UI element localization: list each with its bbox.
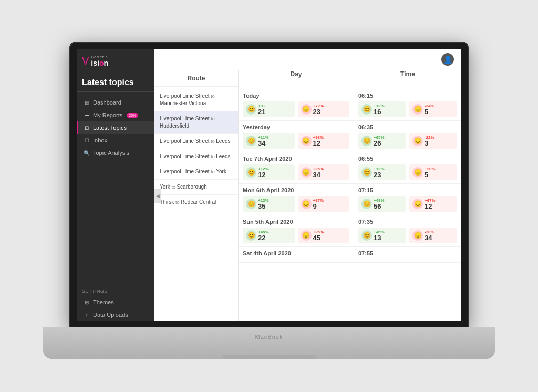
sentiment-info: +67% 9 — [313, 198, 324, 210]
laptop-base — [43, 327, 495, 359]
sad-face-icon: 😞 — [301, 104, 312, 115]
themes-icon: ⊞ — [84, 300, 90, 305]
sidebar: V GoMedia ision Latest topics ⊞ Dashboar… — [77, 49, 154, 321]
route-to: Redcar Central — [181, 199, 216, 205]
negative-sentiment[interactable]: 😞 +20% 5 — [409, 164, 457, 180]
negative-sentiment[interactable]: 😞 +72% 23 — [298, 101, 350, 117]
sad-face-icon: 😞 — [301, 167, 312, 178]
negative-count: 5 — [425, 171, 436, 178]
route-item[interactable]: Liverpool Lime Street to Huddersfield — [154, 111, 238, 134]
negative-sentiment[interactable]: 😞 +98% 12 — [298, 133, 350, 149]
positive-sentiment[interactable]: 😊 +45% 13 — [358, 228, 406, 243]
day-label: Sun 5th April 2020 — [243, 219, 349, 225]
sidebar-item-data-uploads[interactable]: ↑ Data Uploads — [77, 308, 154, 321]
negative-count: 3 — [425, 140, 434, 147]
sidebar-item-inbox[interactable]: ☐ Inbox — [77, 134, 154, 147]
route-from: Thirsk — [160, 199, 174, 205]
route-from: Liverpool Lime Street — [160, 93, 210, 99]
topics-icon: ⊡ — [84, 125, 90, 131]
positive-sentiment[interactable]: 😊 +65% 26 — [358, 133, 406, 149]
logo-text: GoMedia ision — [91, 55, 108, 67]
settings-section-label: Settings — [77, 283, 154, 296]
positive-sentiment[interactable]: 😊 +12% 16 — [358, 101, 406, 117]
route-from: Liverpool Lime Street — [160, 138, 210, 144]
sentiment-info: +20% 5 — [425, 167, 436, 178]
sidebar-item-my-reports[interactable]: ☰ My Reports 20% — [77, 109, 154, 121]
route-to-label: to — [211, 169, 216, 174]
positive-sentiment[interactable]: 😊 +12% 12 — [243, 164, 295, 180]
time-section-0755: 07:55 — [354, 247, 461, 263]
positive-sentiment[interactable]: 😊 +9% 21 — [243, 101, 295, 117]
route-item[interactable]: Liverpool Lime Street to Leeds — [154, 149, 238, 164]
sentiment-info: +72% 23 — [313, 104, 324, 115]
positive-sentiment[interactable]: 😊 +11% 34 — [243, 133, 295, 149]
analysis-icon: 🔍 — [84, 150, 90, 156]
route-from: York — [160, 184, 170, 190]
time-panel: Time 06:15 😊 +12% 16 — [354, 70, 461, 321]
sentiment-info: -34% 5 — [425, 104, 434, 115]
day-section-sat: Sat 4th April 2020 — [239, 247, 354, 263]
time-section-0715: 07:15 😊 +48% 56 😞 — [354, 184, 461, 215]
negative-count: 9 — [313, 203, 324, 210]
sidebar-item-topic-analysis[interactable]: 🔍 Topic Analysis — [77, 147, 154, 159]
positive-count: 26 — [374, 140, 385, 147]
sentiment-info: +12% 35 — [258, 198, 269, 210]
sad-face-icon: 😞 — [412, 104, 423, 115]
route-to: Leeds — [216, 153, 230, 159]
sentiment-info: +12% 23 — [374, 167, 385, 178]
positive-sentiment[interactable]: 😊 +12% 23 — [358, 164, 406, 180]
negative-sentiment[interactable]: 😞 -34% 5 — [409, 101, 457, 117]
time-label: 06:15 — [358, 92, 457, 99]
negative-count: 34 — [313, 171, 324, 178]
positive-sentiment[interactable]: 😊 +45% 22 — [243, 228, 295, 243]
day-column-header: Day — [243, 70, 349, 82]
route-to: Huddersfield — [160, 123, 189, 129]
route-item[interactable]: Liverpool Lime Street to Leeds — [154, 134, 238, 149]
sidebar-item-label: Data Uploads — [93, 312, 128, 318]
negative-count: 23 — [313, 108, 324, 115]
negative-sentiment[interactable]: 😞 -20% 34 — [409, 228, 457, 243]
negative-sentiment[interactable]: 😞 +67% 12 — [409, 196, 457, 212]
sidebar-item-label: Themes — [93, 299, 114, 305]
positive-count: 21 — [258, 108, 266, 115]
positive-count: 56 — [374, 203, 385, 210]
sad-face-icon: 😞 — [301, 199, 312, 209]
sentiment-info: +67% 12 — [425, 198, 436, 210]
route-from: Liverpool Lime Street — [160, 153, 210, 159]
sad-face-icon: 😞 — [301, 230, 312, 241]
sentiment-info: +65% 26 — [374, 135, 385, 147]
happy-face-icon: 😊 — [361, 230, 372, 241]
day-label: Today — [243, 92, 349, 99]
positive-count: 22 — [258, 234, 269, 241]
negative-sentiment[interactable]: 😞 +25% 34 — [298, 164, 350, 180]
happy-face-icon: 😊 — [361, 136, 372, 146]
positive-sentiment[interactable]: 😊 +48% 56 — [358, 196, 406, 212]
route-item[interactable]: Thirsk to Redcar Central — [154, 195, 238, 210]
positive-sentiment[interactable]: 😊 +12% 35 — [243, 196, 295, 212]
route-panel-toggle[interactable]: ◀ — [154, 189, 161, 203]
route-to: Manchester Victoria — [160, 100, 206, 106]
route-from: Liverpool Lime Street — [160, 169, 210, 174]
negative-sentiment[interactable]: 😞 +67% 9 — [298, 196, 350, 212]
sidebar-item-themes[interactable]: ⊞ Themes — [77, 296, 154, 308]
route-item[interactable]: York to Scarborough — [154, 180, 238, 195]
sidebar-item-dashboard[interactable]: ⊞ Dashboard — [77, 96, 154, 109]
route-to-label: to — [211, 139, 216, 144]
negative-sentiment[interactable]: 😞 +25% 45 — [298, 228, 350, 243]
sentiment-row: 😊 +12% 23 😞 +20% — [358, 164, 457, 180]
day-section-mon: Mon 6th April 2020 😊 +12% 35 — [239, 184, 354, 215]
sidebar-item-latest-topics[interactable]: ⊡ Latest Topics — [77, 121, 154, 134]
sentiment-info: +48% 56 — [374, 198, 385, 210]
route-item[interactable]: Liverpool Lime Street to York — [154, 164, 238, 180]
time-column-header: Time — [358, 70, 457, 82]
day-label: Mon 6th April 2020 — [243, 187, 349, 193]
time-section-0655: 06:55 😊 +12% 23 😞 — [354, 152, 461, 184]
sentiment-row: 😊 +45% 13 😞 -20% — [358, 228, 457, 243]
route-item[interactable]: Liverpool Lime Street to Manchester Vict… — [154, 89, 238, 111]
happy-face-icon: 😊 — [361, 199, 372, 209]
user-avatar[interactable]: 👤 — [441, 53, 454, 66]
time-label: 07:55 — [358, 250, 457, 256]
time-section-0615: 06:15 😊 +12% 16 😞 — [354, 89, 461, 121]
negative-sentiment[interactable]: 😞 -22% 3 — [409, 133, 457, 149]
reports-icon: ☰ — [84, 112, 90, 118]
